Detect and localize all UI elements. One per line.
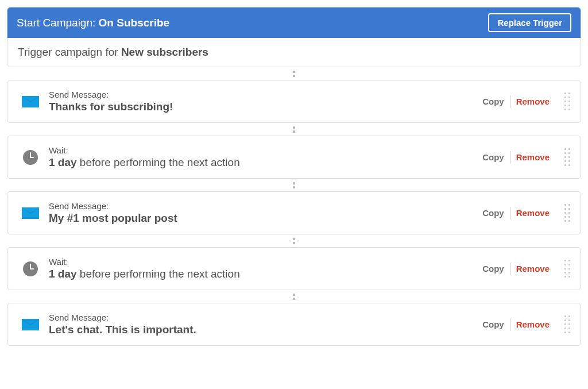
action-title: 1 day before performing the next action <box>49 268 477 280</box>
copy-button[interactable]: Copy <box>477 97 510 106</box>
action-content: Wait: 1 day before performing the next a… <box>49 145 477 169</box>
envelope-icon <box>22 96 39 107</box>
action-send-message[interactable]: Send Message: Let's chat. This is import… <box>7 303 581 346</box>
drag-handle[interactable] <box>564 93 572 110</box>
remove-button[interactable]: Remove <box>510 152 555 162</box>
trigger-target: New subscribers <box>121 46 208 58</box>
panel-title-name: On Subscribe <box>99 17 170 29</box>
insert-gap[interactable] <box>7 67 581 80</box>
replace-trigger-button[interactable]: Replace Trigger <box>488 13 571 32</box>
drag-handle[interactable] <box>564 148 572 166</box>
action-wait[interactable]: Wait: 1 day before performing the next a… <box>7 136 581 179</box>
insert-gap[interactable] <box>7 179 581 191</box>
drag-handle[interactable] <box>564 204 572 222</box>
remove-button[interactable]: Remove <box>510 208 555 218</box>
action-content: Send Message: My #1 most popular post <box>49 201 477 225</box>
action-type-label: Send Message: <box>49 90 477 99</box>
action-title: Let's chat. This is important. <box>49 323 477 336</box>
panel-title-prefix: Start Campaign: <box>17 17 99 29</box>
copy-button[interactable]: Copy <box>477 264 510 274</box>
action-title: My #1 most popular post <box>49 212 477 225</box>
remove-button[interactable]: Remove <box>510 264 555 274</box>
action-type-label: Send Message: <box>49 201 477 211</box>
campaign-trigger-panel: Start Campaign: On Subscribe Replace Tri… <box>7 7 581 67</box>
action-content: Send Message: Thanks for subscribing! <box>49 90 477 113</box>
copy-button[interactable]: Copy <box>477 319 510 329</box>
insert-gap[interactable] <box>7 123 581 136</box>
action-type-label: Wait: <box>49 257 477 267</box>
action-title: 1 day before performing the next action <box>49 156 477 169</box>
panel-body: Trigger campaign for New subscribers <box>7 38 581 67</box>
panel-title: Start Campaign: On Subscribe <box>17 17 169 29</box>
action-send-message[interactable]: Send Message: Thanks for subscribing! Co… <box>7 80 581 123</box>
clock-icon <box>23 150 38 165</box>
drag-handle[interactable] <box>564 315 572 333</box>
copy-button[interactable]: Copy <box>477 152 510 162</box>
remove-button[interactable]: Remove <box>510 97 555 106</box>
action-content: Send Message: Let's chat. This is import… <box>49 313 477 336</box>
action-content: Wait: 1 day before performing the next a… <box>49 257 477 280</box>
insert-gap[interactable] <box>7 234 581 247</box>
insert-gap[interactable] <box>7 290 581 303</box>
trigger-prefix: Trigger campaign for <box>18 46 121 58</box>
copy-button[interactable]: Copy <box>477 208 510 218</box>
action-type-label: Wait: <box>49 145 477 155</box>
envelope-icon <box>22 319 39 330</box>
envelope-icon <box>22 207 39 219</box>
remove-button[interactable]: Remove <box>510 319 555 329</box>
drag-handle[interactable] <box>564 260 572 278</box>
action-title: Thanks for subscribing! <box>49 101 477 113</box>
action-type-label: Send Message: <box>49 313 477 322</box>
panel-header: Start Campaign: On Subscribe Replace Tri… <box>7 7 581 38</box>
clock-icon <box>23 261 38 276</box>
action-send-message[interactable]: Send Message: My #1 most popular post Co… <box>7 191 581 234</box>
action-wait[interactable]: Wait: 1 day before performing the next a… <box>7 247 581 290</box>
